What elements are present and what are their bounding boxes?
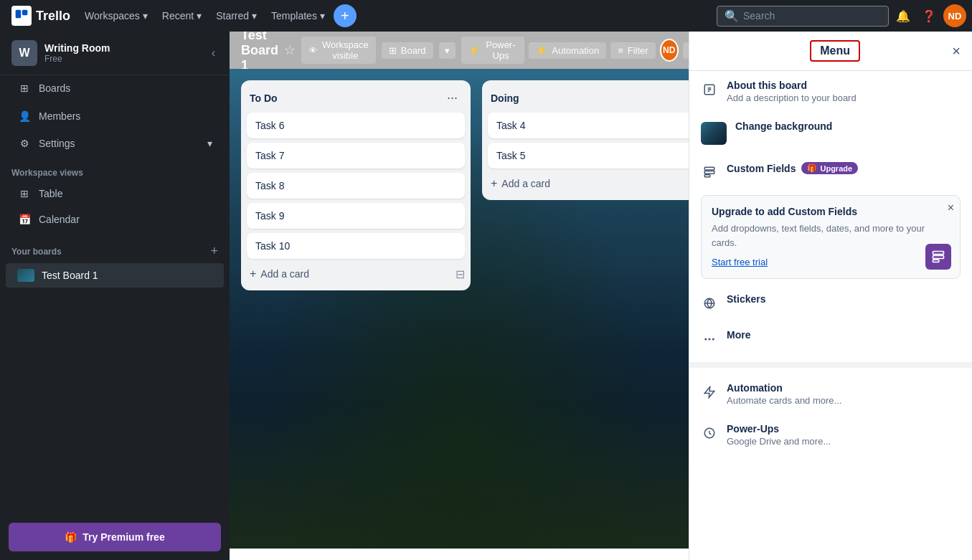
list-header-todo: To Do ···: [247, 86, 465, 113]
add-card-label-doing: Add a card: [501, 178, 550, 189]
bell-icon: 🔔: [896, 9, 910, 23]
panel-header: Menu ×: [689, 32, 972, 71]
svg-rect-8: [704, 175, 710, 177]
board-view-label: Board: [401, 45, 426, 56]
table-icon: ⊞: [17, 188, 32, 199]
card-task10[interactable]: Task 10: [247, 233, 465, 259]
starred-chevron: [252, 10, 257, 22]
menu-item-more[interactable]: More: [689, 322, 972, 355]
list-title-doing: Doing: [491, 92, 519, 104]
trello-logo[interactable]: Trello: [6, 6, 76, 26]
workspace-views-section: Workspace views: [0, 156, 230, 181]
change-bg-title: Change background: [735, 120, 961, 132]
premium-btn[interactable]: 🎁 Try Premium free: [9, 523, 221, 551]
panel-close-btn[interactable]: ×: [952, 44, 961, 58]
menu-item-about[interactable]: About this board Add a description to yo…: [689, 72, 972, 110]
svg-marker-17: [704, 387, 714, 398]
svg-rect-10: [933, 255, 944, 258]
table-label: Table: [39, 188, 212, 199]
notifications-btn[interactable]: 🔔: [892, 4, 915, 27]
panel-title: Menu: [810, 40, 860, 62]
more-title: More: [727, 329, 961, 341]
help-btn[interactable]: ❓: [917, 4, 940, 27]
add-card-btn-todo[interactable]: + Add a card: [247, 263, 456, 285]
workspaces-btn[interactable]: Workspaces: [79, 7, 154, 24]
filter-btn[interactable]: ≡ Filter: [610, 42, 655, 59]
menu-item-custom-fields[interactable]: Custom Fields 🎁 Upgrade: [689, 155, 972, 188]
share-btn[interactable]: 👤 Share: [683, 42, 689, 59]
boards-icon: ⊞: [17, 82, 32, 94]
powerups-icon: ⚡: [468, 45, 480, 56]
change-bg-content: Change background: [735, 120, 961, 132]
upgrade-callout-desc: Add dropdowns, text fields, dates, and m…: [712, 222, 950, 250]
sidebar-bottom: 🎁 Try Premium free: [0, 514, 230, 560]
board-view-btn[interactable]: ⊞ Board: [382, 42, 433, 59]
menu-item-automation[interactable]: Automation Automate cards and more...: [689, 375, 972, 413]
menu-item-stickers[interactable]: Stickers: [689, 286, 972, 319]
more-content: More: [727, 329, 961, 341]
members-label: Members: [39, 110, 197, 122]
board-star-btn[interactable]: ☆: [284, 42, 296, 58]
sidebar-item-members[interactable]: 👤 Members +: [6, 103, 224, 129]
board-view-dropdown-btn[interactable]: ▾: [439, 42, 456, 59]
board-title: Test Board 1: [241, 32, 278, 73]
sidebar-item-settings[interactable]: ⚙ Settings ▾: [6, 132, 224, 155]
sidebar-item-calendar[interactable]: 📅 Calendar: [6, 208, 224, 231]
upgrade-callout-title: Upgrade to add Custom Fields: [712, 206, 950, 217]
list-footer-doing: + Add a card: [488, 173, 689, 194]
premium-icon: 🎁: [65, 531, 77, 543]
menu-item-powerups[interactable]: Power-Ups Google Drive and more...: [689, 416, 972, 454]
upgrade-badge: 🎁 Upgrade: [801, 162, 858, 174]
automation-menu-desc: Automate cards and more...: [727, 395, 961, 406]
svg-rect-6: [704, 167, 714, 170]
create-btn[interactable]: +: [334, 4, 357, 27]
card-task9[interactable]: Task 9: [247, 203, 465, 229]
list-menu-btn-todo[interactable]: ···: [443, 89, 462, 107]
board-thumbnail: [17, 269, 34, 282]
board-header: Test Board 1 ☆ 👁 Workspace visible ⊞ Boa…: [230, 32, 689, 69]
card-task8[interactable]: Task 8: [247, 173, 465, 199]
sidebar-board-test-board-1[interactable]: Test Board 1: [6, 263, 224, 288]
power-ups-btn[interactable]: ⚡ Power-Ups: [461, 37, 525, 64]
sidebar: W Writing Room Free ‹ ⊞ Boards 👤 Members…: [0, 32, 230, 560]
search-box[interactable]: 🔍: [717, 6, 889, 27]
automation-content: Automation Automate cards and more...: [727, 382, 961, 406]
card-task4[interactable]: Task 4: [488, 113, 689, 138]
list-menu-btn-doing[interactable]: ···: [684, 89, 689, 107]
automation-menu-icon: [701, 384, 718, 401]
sidebar-collapse-btn[interactable]: ‹: [209, 44, 218, 62]
add-card-btn-doing[interactable]: + Add a card: [488, 173, 689, 194]
board-scrollbar[interactable]: [241, 549, 677, 554]
add-board-btn[interactable]: +: [210, 244, 218, 259]
search-input[interactable]: [743, 10, 881, 22]
card-task5[interactable]: Task 5: [488, 143, 689, 169]
automation-btn[interactable]: ⚡ Automation: [529, 42, 606, 59]
sidebar-item-boards[interactable]: ⊞ Boards: [6, 77, 224, 100]
svg-rect-0: [16, 10, 22, 19]
svg-rect-7: [704, 171, 714, 174]
sidebar-item-table[interactable]: ⊞ Table: [6, 182, 224, 205]
starred-btn[interactable]: Starred: [210, 7, 263, 24]
card-task6[interactable]: Task 6: [247, 113, 465, 138]
menu-item-change-bg[interactable]: Change background: [689, 113, 972, 152]
svg-rect-9: [933, 252, 944, 255]
upgrade-badge-icon: 🎁: [807, 163, 817, 173]
workspace-info: Writing Room Free: [44, 42, 202, 64]
board-visibility-btn[interactable]: 👁 Workspace visible: [301, 37, 376, 64]
about-title: About this board: [727, 80, 961, 91]
recent-btn[interactable]: Recent: [156, 7, 207, 24]
card-task7[interactable]: Task 7: [247, 143, 465, 169]
main-area: W Writing Room Free ‹ ⊞ Boards 👤 Members…: [0, 32, 972, 560]
upgrade-callout-close-btn[interactable]: ×: [948, 201, 954, 214]
list-footer-todo: + Add a card ⊟: [247, 263, 465, 285]
templates-btn[interactable]: Templates: [265, 7, 331, 24]
workspace-header: W Writing Room Free ‹: [0, 32, 230, 75]
user-avatar[interactable]: ND: [943, 4, 966, 27]
upgrade-callout: × Upgrade to add Custom Fields Add dropd…: [701, 195, 961, 279]
member-avatar[interactable]: ND: [660, 39, 679, 62]
board-view-icon: ⊞: [389, 45, 397, 56]
upgrade-callout-link[interactable]: Start free trial: [712, 257, 768, 267]
recent-chevron: [197, 10, 202, 22]
stickers-title: Stickers: [727, 293, 961, 305]
svg-rect-11: [933, 260, 939, 262]
